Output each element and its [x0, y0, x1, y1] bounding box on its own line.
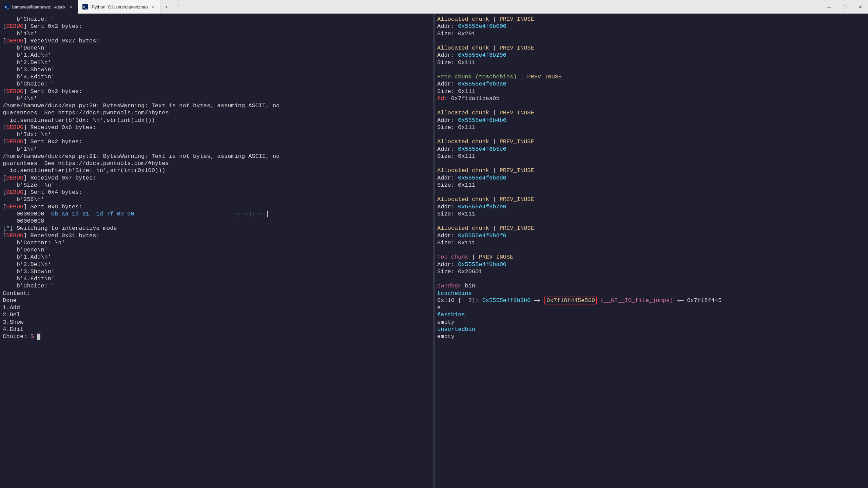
blank-line: [437, 66, 865, 73]
empty-label: empty: [437, 333, 865, 340]
terminal-line: b'1.Add\n': [3, 254, 431, 261]
new-tab-button[interactable]: ＋: [160, 0, 173, 14]
blank-line: [437, 131, 865, 138]
terminal-line: b'1\n': [3, 30, 431, 37]
tcache-bin-line: 0x110 [ 2]: 0x5555e4f6b3b0 —▸ 0x7f18f445…: [437, 297, 865, 304]
terminal-line: 3.Show: [3, 319, 431, 326]
close-icon[interactable]: ×: [151, 4, 156, 10]
chunk-addr: Addr: 0x5555e4f6b8f0: [437, 232, 865, 239]
empty-label: empty: [437, 319, 865, 326]
blank-line: [437, 189, 865, 196]
terminal-line: b'Done\n': [3, 246, 431, 254]
terminal-line: 00000000 0b aa 1b a1 1d 7f 00 00 │····│·…: [3, 210, 431, 218]
chunk-header: Free chunk (tcachebins) | PREV_INUSE: [437, 73, 865, 80]
chunk-size: Size: 0x111: [437, 153, 865, 160]
blank-line: [437, 102, 865, 109]
tab-active[interactable]: >_ bamuwe@bamuwe: ~/duck ×: [0, 0, 78, 14]
chunk-header: Allocated chunk | PREV_INUSE: [437, 225, 865, 232]
chunk-header: Allocated chunk | PREV_INUSE: [437, 138, 865, 145]
chunk-addr: Addr: 0x5555e4f6b000: [437, 23, 865, 30]
chunk-header: Allocated chunk | PREV_INUSE: [437, 44, 865, 52]
terminal-line: Done: [3, 297, 431, 304]
fastbins-label: fastbins: [437, 311, 865, 318]
terminal-line: [DEBUG] Sent 0x4 bytes:: [3, 189, 431, 196]
chunk-addr: Addr: 0x5555e4f6ba00: [437, 261, 865, 268]
chunk-size: Size: 0x111: [437, 124, 865, 131]
terminal-line: b'2.Del\n': [3, 59, 431, 66]
terminal-line: guarantees. See https://docs.pwntools.co…: [3, 109, 431, 116]
terminal-line: b'Content: \n': [3, 239, 431, 246]
minimize-button[interactable]: —: [821, 0, 837, 14]
unsortedbin-label: unsortedbin: [437, 326, 865, 333]
pwndbg-prompt: pwndbg> bin: [437, 282, 865, 289]
tab-inactive[interactable]: >_ IPython: C:Users/qianenzhao ×: [78, 0, 160, 14]
terminal-line: [DEBUG] Sent 0x2 bytes:: [3, 88, 431, 95]
terminal-line: b'4.Edit\n': [3, 275, 431, 282]
terminal-line: [DEBUG] Received 0x27 bytes:: [3, 37, 431, 44]
terminal-line: [DEBUG] Received 0x7 bytes:: [3, 174, 431, 182]
chunk-size: Size: 0x291: [437, 30, 865, 37]
terminal-line: b'3.Show\n': [3, 66, 431, 73]
terminal-line: [DEBUG] Sent 0x2 bytes:: [3, 23, 431, 30]
chunk-size: Size: 0x111: [437, 59, 865, 66]
terminal-line: Content:: [3, 290, 431, 297]
terminal-line: guarantees. See https://docs.pwntools.co…: [3, 160, 431, 167]
terminal-line: b'3.Show\n': [3, 268, 431, 275]
terminal-line: /home/bamuwe/duck/exp.py:20: BytesWarnin…: [3, 102, 431, 109]
chunk-addr: Addr: 0x5555e4f6b4b0: [437, 117, 865, 124]
terminal-line: b'256\n': [3, 196, 431, 203]
terminal-line: [DEBUG] Received 0x6 bytes:: [3, 124, 431, 131]
powershell-icon: >_: [4, 4, 9, 10]
terminal-line: b'Idx: \n': [3, 131, 431, 138]
terminal-line: b'Choice: ': [3, 282, 431, 289]
chunk-size: Size: 0x20601: [437, 268, 865, 275]
tabs: >_ bamuwe@bamuwe: ~/duck × >_ IPython: C…: [0, 0, 821, 14]
chunk-size: Size: 0x111: [437, 239, 865, 246]
blank-line: [437, 37, 865, 44]
chunk-header: Allocated chunk | PREV_INUSE: [437, 109, 865, 116]
terminal-line: 00000008: [3, 218, 431, 225]
tab-dropdown-button[interactable]: ˅: [173, 0, 185, 14]
terminal-line: b'Choice: ': [3, 80, 431, 88]
close-icon[interactable]: ×: [68, 4, 74, 10]
blank-line: [437, 246, 865, 254]
chunk-size: Size: 0x111: [437, 210, 865, 218]
chunk-header: Allocated chunk | PREV_INUSE: [437, 196, 865, 203]
terminal-line: 2.Del: [3, 311, 431, 318]
prompt-line[interactable]: Choice: $: [3, 333, 431, 340]
chunk-fd: fd: 0x7f1da11baa0b: [437, 95, 865, 102]
chunk-header: Allocated chunk | PREV_INUSE: [437, 16, 865, 23]
close-window-button[interactable]: ✕: [852, 0, 868, 14]
terminal-line: io.sendlineafter(b'Size: \n',str(int(0x1…: [3, 167, 431, 174]
maximize-button[interactable]: ▢: [837, 0, 852, 14]
chunk-addr: Addr: 0x5555e4f6b6d0: [437, 174, 865, 182]
terminal-line: b'4.Edit\n': [3, 73, 431, 80]
chunk-size: Size: 0x111: [437, 182, 865, 189]
titlebar: >_ bamuwe@bamuwe: ~/duck × >_ IPython: C…: [0, 0, 868, 14]
terminal-line: [DEBUG] Sent 0x8 bytes:: [3, 203, 431, 210]
chunk-addr: Addr: 0x5555e4f6b5c0: [437, 146, 865, 153]
terminal-line: [*] Switching to interactive mode: [3, 225, 431, 232]
left-pane[interactable]: b'Choice: '[DEBUG] Sent 0x2 bytes: b'1\n…: [0, 14, 435, 488]
terminal-line: 4.Edit: [3, 326, 431, 333]
terminal-line: b'Size: \n': [3, 182, 431, 189]
terminal-line: [DEBUG] Received 0x31 bytes:: [3, 232, 431, 239]
powershell-icon: >_: [82, 4, 88, 10]
chunk-header: Allocated chunk | PREV_INUSE: [437, 167, 865, 174]
blank-line: [437, 218, 865, 225]
chunk-addr: Addr: 0x5555e4f6b3a0: [437, 80, 865, 88]
terminal-line: 1.Add: [3, 304, 431, 311]
chunk-header: Top chunk | PREV_INUSE: [437, 254, 865, 261]
chunk-size: Size: 0x111: [437, 88, 865, 95]
terminal-line: io.sendlineafter(b'Idx: \n',str(int(idx)…: [3, 117, 431, 124]
right-pane[interactable]: Allocated chunk | PREV_INUSEAddr: 0x5555…: [435, 14, 868, 488]
tcachebins-label: tcachebins: [437, 290, 865, 297]
terminal-line: b'2.Del\n': [3, 261, 431, 268]
chunk-addr: Addr: 0x5555e4f6b290: [437, 52, 865, 59]
tab-label: IPython: C:Users/qianenzhao: [91, 4, 148, 10]
blank-line: [437, 275, 865, 282]
terminal-line: b'Choice: ': [3, 16, 431, 23]
terminal-line: /home/bamuwe/duck/exp.py:21: BytesWarnin…: [3, 153, 431, 160]
tcache-bin-line-wrap: e: [437, 304, 865, 311]
terminal-line: [DEBUG] Sent 0x2 bytes:: [3, 138, 431, 145]
